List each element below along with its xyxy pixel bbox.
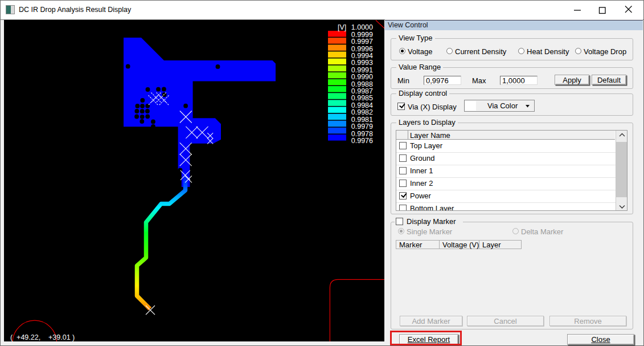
svg-text:( +49.22, +39.01 ): ( +49.22, +39.01 ) bbox=[10, 333, 75, 341]
svg-text:0.9976: 0.9976 bbox=[351, 137, 373, 145]
svg-text:[V]: [V] bbox=[338, 23, 346, 31]
